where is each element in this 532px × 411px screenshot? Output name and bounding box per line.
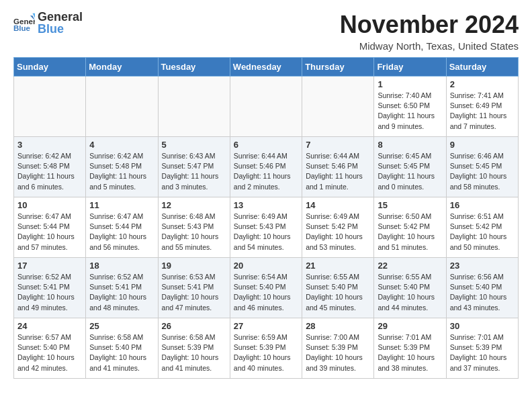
calendar-cell: 28Sunrise: 7:00 AM Sunset: 5:39 PM Dayli… [302,318,374,379]
calendar-header: SundayMondayTuesdayWednesdayThursdayFrid… [14,58,519,77]
weekday-thursday: Thursday [302,58,374,77]
week-row-4: 17Sunrise: 6:52 AM Sunset: 5:41 PM Dayli… [14,258,519,318]
logo-icon: General Blue [13,12,35,34]
calendar-cell: 23Sunrise: 6:56 AM Sunset: 5:40 PM Dayli… [446,258,518,318]
day-number: 10 [17,200,82,210]
calendar-cell [302,77,374,137]
day-number: 6 [234,140,298,150]
day-number: 18 [89,261,154,271]
day-number: 5 [162,140,226,150]
day-number: 20 [234,261,298,271]
weekday-tuesday: Tuesday [158,58,230,77]
day-detail: Sunrise: 7:41 AM Sunset: 6:49 PM Dayligh… [450,91,515,132]
calendar-body: 1Sunrise: 7:40 AM Sunset: 6:50 PM Daylig… [14,77,519,379]
day-number: 28 [306,321,370,331]
day-number: 30 [450,321,515,331]
day-detail: Sunrise: 6:42 AM Sunset: 5:48 PM Dayligh… [89,151,154,192]
calendar-cell: 13Sunrise: 6:49 AM Sunset: 5:43 PM Dayli… [230,197,302,258]
day-detail: Sunrise: 6:57 AM Sunset: 5:40 PM Dayligh… [17,332,82,373]
day-detail: Sunrise: 6:49 AM Sunset: 5:42 PM Dayligh… [306,212,370,253]
week-row-3: 10Sunrise: 6:47 AM Sunset: 5:44 PM Dayli… [14,197,519,258]
calendar-cell: 22Sunrise: 6:55 AM Sunset: 5:40 PM Dayli… [374,258,446,318]
calendar-cell: 3Sunrise: 6:42 AM Sunset: 5:48 PM Daylig… [14,137,86,197]
calendar-cell: 5Sunrise: 6:43 AM Sunset: 5:47 PM Daylig… [158,137,230,197]
day-detail: Sunrise: 6:53 AM Sunset: 5:41 PM Dayligh… [162,272,226,313]
day-number: 1 [378,79,442,89]
day-detail: Sunrise: 6:44 AM Sunset: 5:46 PM Dayligh… [306,151,370,192]
weekday-sunday: Sunday [14,58,86,77]
weekday-friday: Friday [374,58,446,77]
week-row-1: 1Sunrise: 7:40 AM Sunset: 6:50 PM Daylig… [14,77,519,137]
calendar-cell: 6Sunrise: 6:44 AM Sunset: 5:46 PM Daylig… [230,137,302,197]
weekday-header-row: SundayMondayTuesdayWednesdayThursdayFrid… [14,58,519,77]
calendar-cell: 27Sunrise: 6:59 AM Sunset: 5:39 PM Dayli… [230,318,302,379]
day-detail: Sunrise: 6:54 AM Sunset: 5:40 PM Dayligh… [234,272,298,313]
day-detail: Sunrise: 6:58 AM Sunset: 5:39 PM Dayligh… [162,332,226,373]
calendar-cell [86,77,158,137]
day-number: 22 [378,261,442,271]
calendar: SundayMondayTuesdayWednesdayThursdayFrid… [13,57,519,379]
calendar-cell: 9Sunrise: 6:46 AM Sunset: 5:45 PM Daylig… [446,137,518,197]
day-detail: Sunrise: 6:52 AM Sunset: 5:41 PM Dayligh… [89,272,154,313]
calendar-cell [158,77,230,137]
day-number: 15 [378,200,442,210]
calendar-cell: 20Sunrise: 6:54 AM Sunset: 5:40 PM Dayli… [230,258,302,318]
calendar-cell: 14Sunrise: 6:49 AM Sunset: 5:42 PM Dayli… [302,197,374,258]
week-row-5: 24Sunrise: 6:57 AM Sunset: 5:40 PM Dayli… [14,318,519,379]
day-detail: Sunrise: 6:55 AM Sunset: 5:40 PM Dayligh… [306,272,370,313]
calendar-cell [14,77,86,137]
logo-blue: Blue [38,23,83,35]
svg-text:Blue: Blue [13,24,31,32]
day-detail: Sunrise: 6:46 AM Sunset: 5:45 PM Dayligh… [450,151,515,192]
title-block: November 2024 Midway North, Texas, Unite… [340,11,519,52]
day-detail: Sunrise: 6:44 AM Sunset: 5:46 PM Dayligh… [234,151,298,192]
day-number: 3 [17,140,82,150]
day-detail: Sunrise: 6:43 AM Sunset: 5:47 PM Dayligh… [162,151,226,192]
day-number: 24 [17,321,82,331]
logo-general: General [38,11,83,23]
day-number: 19 [162,261,226,271]
location: Midway North, Texas, United States [340,40,519,52]
calendar-cell: 21Sunrise: 6:55 AM Sunset: 5:40 PM Dayli… [302,258,374,318]
day-detail: Sunrise: 6:59 AM Sunset: 5:39 PM Dayligh… [234,332,298,373]
day-number: 2 [450,79,515,89]
weekday-wednesday: Wednesday [230,58,302,77]
month-title: November 2024 [340,11,519,39]
day-number: 7 [306,140,370,150]
calendar-cell: 4Sunrise: 6:42 AM Sunset: 5:48 PM Daylig… [86,137,158,197]
day-detail: Sunrise: 6:49 AM Sunset: 5:43 PM Dayligh… [234,212,298,253]
day-number: 11 [89,200,154,210]
header: General Blue General Blue November 2024 … [13,11,519,52]
calendar-cell: 10Sunrise: 6:47 AM Sunset: 5:44 PM Dayli… [14,197,86,258]
calendar-cell: 29Sunrise: 7:01 AM Sunset: 5:39 PM Dayli… [374,318,446,379]
day-detail: Sunrise: 6:52 AM Sunset: 5:41 PM Dayligh… [17,272,82,313]
day-number: 27 [234,321,298,331]
day-detail: Sunrise: 7:01 AM Sunset: 5:39 PM Dayligh… [450,332,515,373]
day-detail: Sunrise: 6:45 AM Sunset: 5:45 PM Dayligh… [378,151,442,192]
day-detail: Sunrise: 7:01 AM Sunset: 5:39 PM Dayligh… [378,332,442,373]
calendar-cell: 12Sunrise: 6:48 AM Sunset: 5:43 PM Dayli… [158,197,230,258]
calendar-cell: 2Sunrise: 7:41 AM Sunset: 6:49 PM Daylig… [446,77,518,137]
day-detail: Sunrise: 6:58 AM Sunset: 5:40 PM Dayligh… [89,332,154,373]
day-detail: Sunrise: 7:00 AM Sunset: 5:39 PM Dayligh… [306,332,370,373]
weekday-saturday: Saturday [446,58,518,77]
day-detail: Sunrise: 6:47 AM Sunset: 5:44 PM Dayligh… [89,212,154,253]
calendar-cell: 15Sunrise: 6:50 AM Sunset: 5:42 PM Dayli… [374,197,446,258]
calendar-cell: 24Sunrise: 6:57 AM Sunset: 5:40 PM Dayli… [14,318,86,379]
day-detail: Sunrise: 6:47 AM Sunset: 5:44 PM Dayligh… [17,212,82,253]
day-number: 9 [450,140,515,150]
calendar-cell: 19Sunrise: 6:53 AM Sunset: 5:41 PM Dayli… [158,258,230,318]
day-number: 12 [162,200,226,210]
calendar-cell [230,77,302,137]
weekday-monday: Monday [86,58,158,77]
day-number: 16 [450,200,515,210]
day-number: 8 [378,140,442,150]
logo: General Blue General Blue [13,11,83,35]
calendar-cell: 11Sunrise: 6:47 AM Sunset: 5:44 PM Dayli… [86,197,158,258]
day-number: 23 [450,261,515,271]
calendar-cell: 25Sunrise: 6:58 AM Sunset: 5:40 PM Dayli… [86,318,158,379]
week-row-2: 3Sunrise: 6:42 AM Sunset: 5:48 PM Daylig… [14,137,519,197]
day-number: 13 [234,200,298,210]
calendar-cell: 7Sunrise: 6:44 AM Sunset: 5:46 PM Daylig… [302,137,374,197]
day-detail: Sunrise: 6:42 AM Sunset: 5:48 PM Dayligh… [17,151,82,192]
